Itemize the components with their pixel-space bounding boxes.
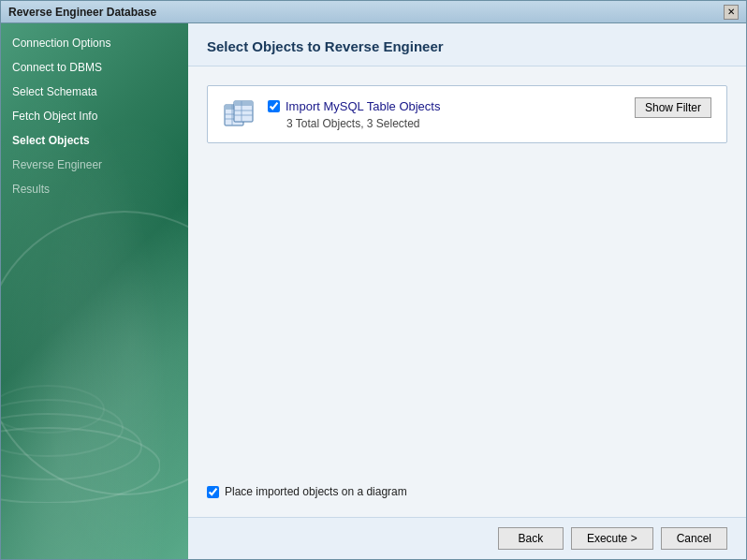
sidebar-label-connection-options: Connection Options	[12, 37, 110, 50]
main-window: Reverse Engineer Database ✕ Connection O…	[0, 0, 747, 560]
sidebar-label-fetch-object-info: Fetch Object Info	[12, 110, 97, 123]
sidebar-label-results: Results	[12, 183, 50, 196]
sidebar: Connection Options Connect to DBMS Selec…	[1, 23, 188, 559]
svg-point-3	[1, 386, 104, 433]
main-body: Import MySQL Table Objects 3 Total Objec…	[188, 66, 746, 517]
bottom-section: Place imported objects on a diagram	[207, 470, 727, 498]
sidebar-label-reverse-engineer: Reverse Engineer	[12, 158, 102, 171]
object-subtext: 3 Total Objects, 3 Selected	[286, 117, 623, 130]
sidebar-label-select-schemata: Select Schemata	[12, 85, 97, 98]
sidebar-item-fetch-object-info[interactable]: Fetch Object Info	[1, 104, 188, 128]
sidebar-item-results: Results	[1, 177, 188, 201]
import-checkbox[interactable]	[268, 100, 280, 112]
place-objects-label: Place imported objects on a diagram	[225, 485, 407, 498]
sidebar-label-connect-dbms: Connect to DBMS	[12, 61, 102, 74]
sidebar-item-connection-options[interactable]: Connection Options	[1, 31, 188, 55]
sidebar-item-select-objects[interactable]: Select Objects	[1, 128, 188, 153]
back-button[interactable]: Back	[498, 527, 564, 550]
place-objects-checkbox[interactable]	[207, 486, 219, 498]
content-area: Connection Options Connect to DBMS Selec…	[1, 23, 746, 559]
svg-rect-10	[234, 101, 253, 106]
import-label: Import MySQL Table Objects	[286, 99, 440, 113]
import-row: Import MySQL Table Objects	[268, 99, 623, 113]
window-title: Reverse Engineer Database	[8, 6, 156, 19]
decorative-swirl	[1, 316, 160, 503]
sidebar-label-select-objects: Select Objects	[12, 134, 90, 147]
close-button[interactable]: ✕	[724, 5, 739, 20]
sidebar-item-select-schemata[interactable]: Select Schemata	[1, 80, 188, 104]
svg-point-2	[1, 400, 123, 456]
title-bar: Reverse Engineer Database ✕	[1, 1, 746, 23]
object-info: Import MySQL Table Objects 3 Total Objec…	[268, 99, 623, 130]
execute-button[interactable]: Execute >	[571, 527, 653, 550]
main-content: Select Objects to Reverse Engineer	[188, 23, 746, 559]
place-objects-row: Place imported objects on a diagram	[207, 485, 727, 498]
database-icon	[223, 97, 256, 131]
show-filter-button[interactable]: Show Filter	[635, 97, 711, 118]
cancel-button[interactable]: Cancel	[661, 527, 727, 550]
sidebar-item-reverse-engineer: Reverse Engineer	[1, 153, 188, 177]
svg-point-1	[1, 414, 141, 479]
sidebar-item-connect-dbms[interactable]: Connect to DBMS	[1, 55, 188, 80]
svg-point-0	[1, 428, 160, 503]
footer: Back Execute > Cancel	[188, 517, 746, 559]
sidebar-nav: Connection Options Connect to DBMS Selec…	[1, 23, 188, 201]
page-title: Select Objects to Reverse Engineer	[207, 38, 444, 54]
object-panel: Import MySQL Table Objects 3 Total Objec…	[207, 85, 727, 143]
main-header: Select Objects to Reverse Engineer	[188, 23, 746, 66]
